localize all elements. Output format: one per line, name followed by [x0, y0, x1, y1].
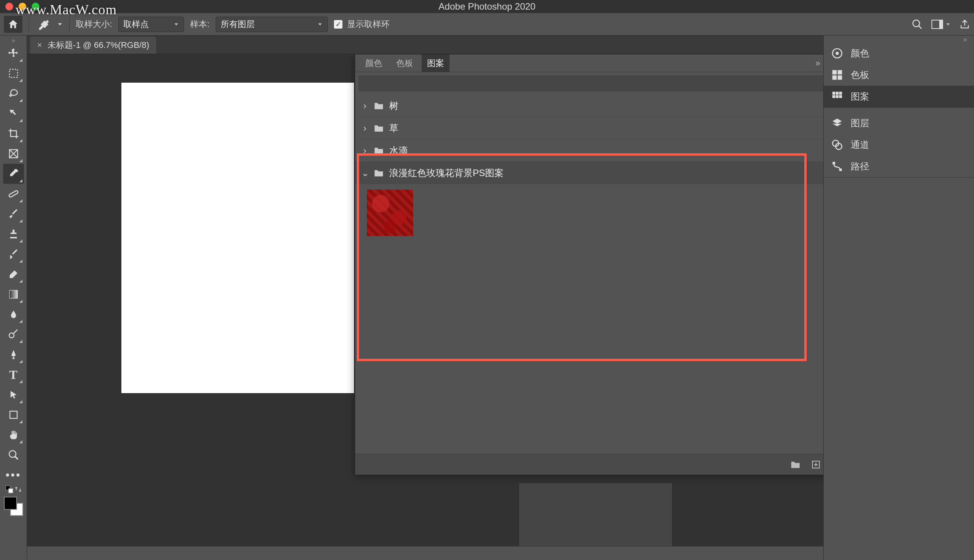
foreground-color[interactable] [4, 497, 17, 510]
swatches-icon [831, 69, 843, 81]
eyedropper-icon [8, 168, 19, 180]
foreground-background-swatches[interactable] [3, 496, 24, 517]
dock-item-color[interactable]: 颜色 [824, 42, 974, 64]
move-icon [8, 48, 19, 59]
dock-label: 图层 [851, 117, 869, 129]
lasso-tool[interactable] [3, 83, 24, 104]
dodge-icon [8, 329, 19, 340]
color-wheel-icon [831, 47, 843, 59]
frame-icon [8, 148, 19, 159]
chevron-right-icon: › [361, 145, 368, 156]
svg-point-10 [9, 333, 14, 338]
rose-pattern-thumbnail[interactable] [367, 190, 413, 236]
eyedropper-tool[interactable] [3, 164, 24, 184]
show-sampling-ring-label: 显示取样环 [347, 19, 390, 30]
workspace-switcher[interactable] [931, 20, 951, 29]
svg-point-13 [9, 451, 16, 458]
pattern-folder-roses[interactable]: ⌄ 浪漫红色玫瑰花背景PS图案 [355, 162, 823, 184]
canvas[interactable] [121, 83, 354, 393]
zoom-icon [8, 449, 19, 461]
share-icon[interactable] [959, 19, 970, 30]
window-minimize-button[interactable] [19, 3, 26, 10]
pattern-folder-water[interactable]: › 水滴 [355, 139, 823, 162]
sample-dropdown[interactable]: 所有图层 [216, 17, 328, 32]
panel-collapse-icon[interactable]: » [812, 58, 823, 68]
hand-icon [8, 429, 19, 441]
toolbox-expand-handle[interactable]: » [0, 38, 27, 43]
gradient-icon [8, 289, 19, 300]
arrow-icon [9, 389, 19, 400]
svg-rect-3 [939, 20, 943, 29]
window-maximize-button[interactable] [32, 3, 39, 10]
chevron-down-icon[interactable] [57, 21, 63, 27]
type-tool[interactable]: T [3, 365, 24, 385]
dock-label: 图案 [851, 90, 869, 103]
pattern-folder-tree[interactable]: › 树 [355, 95, 823, 117]
document-tabs: × 未标题-1 @ 66.7%(RGB/8) [27, 36, 823, 54]
frame-tool[interactable] [3, 144, 24, 164]
sample-size-value: 取样点 [123, 19, 149, 30]
dock-item-patterns[interactable]: 图案 [824, 86, 974, 107]
dock-label: 通道 [851, 139, 869, 151]
canvas-viewport[interactable]: 颜色 色板 图案 » › 树 [27, 54, 823, 560]
sample-size-dropdown[interactable]: 取样点 [118, 17, 184, 32]
pattern-folder-grass[interactable]: › 草 [355, 117, 823, 139]
folder-label: 浪漫红色玫瑰花背景PS图案 [389, 167, 504, 179]
dock-item-layers[interactable]: 图层 [824, 112, 974, 134]
shape-tool[interactable] [3, 405, 24, 425]
folder-icon [374, 124, 384, 132]
channels-icon [831, 139, 843, 151]
default-colors[interactable] [3, 485, 24, 494]
type-icon: T [9, 368, 17, 382]
dodge-tool[interactable] [3, 324, 24, 344]
new-icon[interactable] [811, 460, 821, 469]
home-button[interactable] [4, 16, 22, 33]
show-sampling-ring-checkbox[interactable]: ✓ [334, 20, 342, 29]
path-select-tool[interactable] [3, 385, 24, 405]
chevron-down-icon [317, 22, 323, 27]
svg-rect-27 [833, 75, 837, 80]
stamp-tool[interactable] [3, 224, 24, 244]
dock-item-swatches[interactable]: 色板 [824, 64, 974, 86]
more-tools[interactable]: ••• [3, 465, 24, 485]
svg-point-0 [913, 20, 920, 27]
options-bar: 取样大小: 取样点 样本: 所有图层 ✓ 显示取样环 [0, 13, 974, 36]
eraser-tool[interactable] [3, 264, 24, 284]
current-tool-icon[interactable] [35, 17, 51, 32]
bandage-icon [8, 188, 19, 200]
swap-icon[interactable] [14, 485, 22, 493]
blur-tool[interactable] [3, 304, 24, 324]
gradient-tool[interactable] [3, 284, 24, 304]
marquee-tool[interactable] [3, 63, 24, 83]
move-tool[interactable] [3, 43, 24, 63]
crop-tool[interactable] [3, 124, 24, 144]
tab-swatches[interactable]: 色板 [391, 54, 419, 72]
dock-item-channels[interactable]: 通道 [824, 134, 974, 156]
svg-rect-28 [838, 75, 842, 80]
dock-collapse-handle[interactable]: » [824, 36, 974, 42]
svg-rect-16 [9, 489, 13, 493]
dock-item-paths[interactable]: 路径 [824, 156, 974, 177]
quick-select-tool[interactable] [3, 104, 24, 124]
pen-tool[interactable] [3, 344, 24, 365]
close-tab-icon[interactable]: × [37, 40, 42, 50]
svg-rect-32 [833, 95, 836, 98]
right-dock: » 颜色 色板 图案 图层 通道 [823, 36, 974, 560]
history-brush-tool[interactable] [3, 244, 24, 264]
chevron-down-icon: ⌄ [361, 168, 368, 178]
folder-icon [374, 102, 384, 110]
healing-tool[interactable] [3, 184, 24, 204]
brush-tool[interactable] [3, 204, 24, 224]
window-close-button[interactable] [5, 3, 13, 10]
zoom-tool[interactable] [3, 445, 24, 465]
hand-tool[interactable] [3, 425, 24, 445]
rectangle-icon [8, 409, 19, 420]
folder-icon[interactable] [790, 460, 800, 469]
panel-tabs: 颜色 色板 图案 » [355, 54, 823, 72]
patterns-search[interactable] [358, 75, 823, 92]
search-icon[interactable] [911, 19, 923, 30]
tab-color[interactable]: 颜色 [360, 54, 388, 72]
svg-rect-25 [833, 70, 837, 75]
tab-patterns[interactable]: 图案 [422, 54, 450, 72]
document-tab[interactable]: × 未标题-1 @ 66.7%(RGB/8) [30, 37, 156, 54]
